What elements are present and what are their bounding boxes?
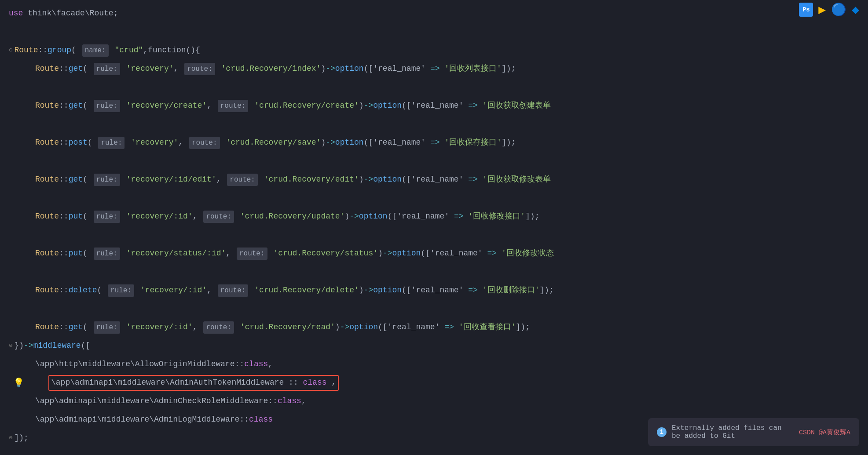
code-line-route-2: Route :: get ( rule: 'recovery/create' ,… [0,97,868,115]
sv8: 'recovery/:id' [126,321,192,334]
rc7: Route [35,284,59,297]
code-line-route-1: Route :: get ( rule: 'recovery' , route:… [0,60,868,78]
m3: post [69,136,88,149]
code-line-empty2 [0,78,868,97]
code-line-empty3 [0,115,868,134]
code-line-route-4: Route :: get ( rule: 'recovery/:id/edit'… [0,171,868,189]
code-line-route-7: Route :: delete ( rule: 'recovery/:id' ,… [0,281,868,300]
b-rule8: rule: [94,321,120,334]
sv7: 'recovery/:id' [140,284,207,297]
cn2: '回收获取创建表单 [483,99,551,113]
m4: get [69,173,83,186]
sv1r: 'crud.Recovery/index' [221,62,321,76]
rc2: Route [35,99,59,113]
b-route5: route: [203,211,234,223]
mw-path-2: \app\adminapi\middleware\AdminAuthTokenM… [51,378,284,387]
m7: delete [69,284,97,297]
code-line-mw-1: \app\http\middleware\AllowOriginMiddlewa… [0,355,868,374]
code-line-empty5 [0,189,868,207]
cn4: '回收获取修改表单 [483,173,551,186]
opt8: option [349,321,378,334]
fold-icon-group[interactable]: ⊖ [9,45,12,55]
highlighted-middleware: \app\adminapi\middleware\AdminAuthTokenM… [48,375,339,391]
code-line-empty8 [0,300,868,318]
opt7: option [373,284,402,297]
code-line-middleware-start: ⊖ }) -> middleware ([ [0,337,868,355]
b-rule2: rule: [94,100,120,112]
rc3: Route [35,136,59,149]
sv6: 'recovery/status/:id' [126,247,226,260]
m5: put [69,210,83,223]
namespace-text: think\facade\Route; [28,7,118,20]
sv3: 'recovery' [131,136,178,149]
sv6r: 'crud.Recovery/status' [273,247,378,260]
code-editor: use think\facade\Route; ⊖ Route :: group… [0,0,868,452]
code-line-empty7 [0,263,868,281]
code-line-route-8: Route :: get ( rule: 'recovery/:id' , ro… [0,318,868,337]
code-line-route-3: Route :: post ( rule: 'recovery' , route… [0,134,868,152]
mw-path-4: \app\adminapi\middleware\AdminLogMiddlew… [35,413,239,426]
b-route4: route: [227,174,258,186]
sv4: 'recovery/:id/edit' [126,173,216,186]
git-notification-text: Externally added files can be added to G… [672,424,787,440]
route-class: Route [14,44,38,57]
b-rule5: rule: [94,211,120,223]
opt3: option [335,136,364,149]
lightbulb-icon[interactable]: 💡 [13,376,24,390]
sv5r: 'crud.Recovery/update' [240,210,345,223]
sv3r: 'crud.Recovery/save' [226,136,321,149]
code-line-group: ⊖ Route :: group ( name: "crud" ,functio… [0,41,868,60]
cn1: '回收列表接口' [444,62,502,76]
fold-icon-end[interactable]: ⊖ [9,433,12,443]
middleware-kw: middleware [33,339,81,353]
opt1: option [335,62,364,76]
code-line-route-6: Route :: put ( rule: 'recovery/status/:i… [0,244,868,263]
git-notification: i Externally added files can be added to… [648,418,859,446]
b-rule1: rule: [94,63,120,75]
rc4: Route [35,173,59,186]
opt5: option [359,210,388,223]
cn6: '回收修改状态 [502,247,554,260]
method-group: group [48,44,71,57]
git-info-icon: i [657,427,667,437]
b-route2: route: [218,100,249,112]
b-rule7: rule: [108,284,134,297]
mw-class-4: class [249,413,273,426]
b-rule3: rule: [98,137,125,149]
code-line-empty6 [0,226,868,244]
m1: get [69,62,83,76]
mw-path-1: \app\http\middleware\AllowOriginMiddlewa… [35,358,235,371]
mw-class-3: class [278,395,301,408]
sv5: 'recovery/:id' [126,210,192,223]
sv2: 'recovery/create' [126,99,207,113]
cn5: '回收修改接口' [468,210,525,223]
b-route1: route: [184,63,215,75]
code-line-empty1 [0,23,868,41]
code-line-mw-3: \app\adminapi\middleware\AdminCheckRoleM… [0,392,868,411]
sv1: 'recovery' [126,62,173,76]
m6: put [69,247,83,260]
cn3: '回收保存接口' [444,136,502,149]
rc1: Route [35,62,59,76]
rc5: Route [35,210,59,223]
cn7: '回收删除接口' [483,284,540,297]
csdn-tag: CSDN @A黄俊辉A [799,428,850,437]
sv7r: 'crud.Recovery/delete' [254,284,359,297]
code-line-use: use think\facade\Route; [0,4,868,23]
b-route8: route: [203,321,234,334]
sv4r: 'crud.Recovery/edit' [264,173,359,186]
fold-icon-middleware[interactable]: ⊖ [9,341,12,351]
b-route6: route: [237,248,267,260]
b-rule4: rule: [94,174,120,186]
rc6: Route [35,247,59,260]
b-route3: route: [189,137,220,149]
code-line-mw-2: 💡 \app\adminapi\middleware\AdminAuthToke… [0,374,868,392]
code-line-route-5: Route :: put ( rule: 'recovery/:id' , ro… [0,207,868,226]
mw-path-3: \app\adminapi\middleware\AdminCheckRoleM… [35,395,268,408]
rc8: Route [35,321,59,334]
sv8r: 'crud.Recovery/read' [240,321,335,334]
badge-name: name: [82,44,109,57]
m2: get [69,99,83,113]
m8: get [69,321,83,334]
opt2: option [373,99,402,113]
